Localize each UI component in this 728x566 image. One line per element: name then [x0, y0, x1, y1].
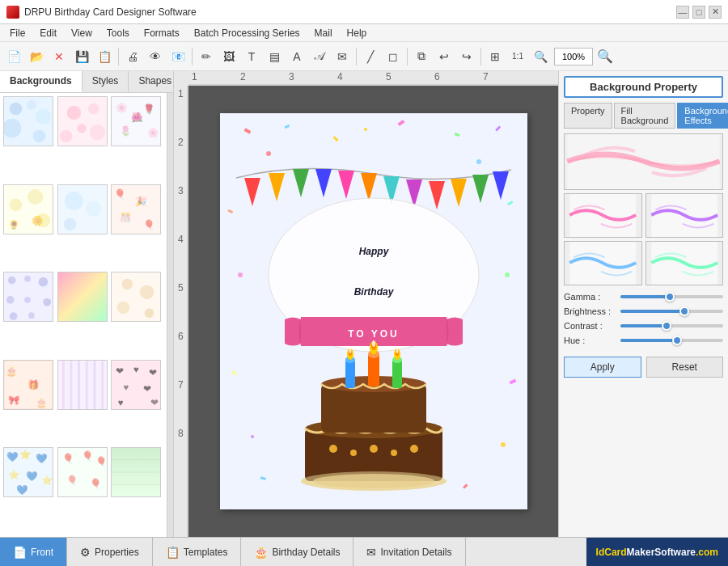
menu-tools[interactable]: Tools	[100, 26, 136, 40]
bg-thumb-5[interactable]	[57, 184, 108, 234]
svg-text:🎈: 🎈	[143, 219, 155, 230]
svg-rect-158	[368, 354, 379, 386]
toolbar-save[interactable]: 💾	[71, 46, 92, 67]
toolbar-zoomout[interactable]: 🔍	[595, 46, 616, 67]
menu-view[interactable]: View	[65, 26, 99, 40]
bg-thumb-14[interactable]: 🎈 🎈 🎈 🎈 🎈	[57, 447, 108, 497]
bg-thumb-8[interactable]	[57, 272, 108, 322]
bg-thumb-4[interactable]: 🌻 🌼	[3, 184, 53, 234]
toolbar-print[interactable]: 🖨	[122, 46, 143, 67]
toolbar-saveas[interactable]: 📋	[94, 46, 115, 67]
bg-thumb-2[interactable]	[57, 96, 108, 146]
effect-thumb-1[interactable]	[564, 193, 642, 238]
zoom-input[interactable]	[554, 48, 593, 65]
zoom-control	[554, 48, 593, 65]
contrast-track[interactable]	[620, 324, 723, 327]
apply-button[interactable]: Apply	[564, 357, 641, 378]
sep3	[356, 48, 357, 65]
toolbar-redo[interactable]: ↪	[456, 46, 477, 67]
svg-text:🎈: 🎈	[95, 457, 107, 468]
toolbar-1to1[interactable]: 1:1	[507, 46, 528, 67]
toolbar-close-red[interactable]: ✕	[49, 46, 70, 67]
svg-point-169	[313, 474, 434, 488]
menu-formats[interactable]: Formats	[138, 26, 186, 40]
svg-text:💙: 💙	[6, 452, 19, 463]
toolbar-script[interactable]: 𝒜	[309, 46, 330, 67]
toolbar-preview[interactable]: 👁	[145, 46, 166, 67]
bg-thumb-7[interactable]	[3, 272, 53, 322]
bg-thumb-6[interactable]: 🎈 🎉 🎊 🎈	[111, 184, 161, 234]
bg-thumb-12[interactable]: ❤ ♥ ❤ ♥ ❤ ♥ ❤	[111, 360, 161, 410]
menu-help[interactable]: Help	[341, 26, 374, 40]
bottom-birthday-details[interactable]: 🎂 Birthday Details	[241, 538, 353, 566]
bg-thumb-13[interactable]: 💙 ⭐ 💙 ⭐ 💙 ⭐ 💙	[3, 447, 53, 497]
toolbar-email[interactable]: 📧	[167, 46, 188, 67]
bg-thumb-9[interactable]	[111, 272, 161, 322]
tab-fill-background[interactable]: Fill Background	[614, 103, 676, 129]
tab-shapes[interactable]: Shapes	[129, 71, 174, 92]
tab-backgrounds[interactable]: Backgrounds	[0, 71, 83, 92]
menu-mail[interactable]: Mail	[308, 26, 339, 40]
tab-styles[interactable]: Styles	[83, 71, 129, 92]
menu-file[interactable]: File	[3, 26, 32, 40]
svg-text:🎁: 🎁	[28, 379, 40, 391]
svg-point-10	[89, 125, 104, 140]
bottom-properties[interactable]: ⚙ Properties	[67, 538, 153, 566]
svg-text:♥: ♥	[133, 363, 139, 374]
bottom-front[interactable]: 📄 Front	[0, 538, 67, 566]
svg-text:🌻: 🌻	[8, 219, 20, 230]
toolbar-envelope[interactable]: ✉	[332, 46, 353, 67]
bg-thumb-15[interactable]	[111, 447, 161, 497]
svg-point-2	[27, 100, 36, 110]
toolbar-open[interactable]: 📂	[26, 46, 47, 67]
main-layout: Backgrounds Styles Shapes	[0, 71, 728, 537]
bg-thumb-10[interactable]: 🎂 🎁 🎀 🎂	[3, 360, 53, 410]
toolbar: 📄 📂 ✕ 💾 📋 🖨 👁 📧 ✏ 🖼 T ▤ A 𝒜 ✉ ╱ ◻ ⧉ ↩ ↪ …	[0, 42, 728, 71]
tab-property[interactable]: Property	[564, 103, 612, 129]
effect-thumb-2[interactable]	[645, 193, 724, 238]
effect-preview-main[interactable]	[564, 133, 723, 190]
menu-edit[interactable]: Edit	[33, 26, 63, 40]
toolbar-text[interactable]: T	[241, 46, 262, 67]
bottom-invitation-details[interactable]: ✉ Invitation Details	[353, 538, 465, 566]
toolbar-image[interactable]: 🖼	[218, 46, 239, 67]
toolbar-undo[interactable]: ↩	[434, 46, 455, 67]
svg-text:🎈: 🎈	[114, 188, 126, 200]
tab-background-effects[interactable]: Background Effects	[677, 103, 728, 129]
toolbar-new[interactable]: 📄	[3, 46, 24, 67]
menu-batch[interactable]: Batch Processing Series	[188, 26, 307, 40]
sep5	[480, 48, 481, 65]
toolbar-shapes[interactable]: ◻	[383, 46, 404, 67]
sep1	[118, 48, 119, 65]
toolbar-grid[interactable]: ⊞	[485, 46, 506, 67]
brightness-track[interactable]	[620, 310, 723, 313]
hue-track[interactable]	[620, 339, 723, 342]
svg-point-146	[329, 445, 337, 453]
bottom-templates[interactable]: 📋 Templates	[153, 538, 242, 566]
toolbar-pencil[interactable]: ✏	[196, 46, 217, 67]
svg-text:🎀: 🎀	[8, 395, 20, 406]
toolbar-zoomin[interactable]: 🔍	[530, 46, 551, 67]
reset-button[interactable]: Reset	[646, 357, 724, 378]
gamma-track[interactable]	[620, 295, 723, 298]
toolbar-textfield[interactable]: A	[286, 46, 307, 67]
minimize-button[interactable]: —	[676, 6, 689, 19]
scrollbar[interactable]	[167, 93, 173, 537]
effect-thumb-4[interactable]	[645, 241, 724, 285]
bg-thumb-3[interactable]: 🌸 🌺 🌷 🌹 🌸	[111, 96, 161, 146]
svg-text:6: 6	[434, 71, 440, 82]
bg-thumb-11[interactable]	[57, 360, 108, 410]
canvas-area: 1 2 3 4 5 6 7 1 2 3 4 5 6 7 8	[174, 71, 558, 537]
svg-point-40	[10, 313, 18, 321]
toolbar-barcode[interactable]: ▤	[264, 46, 285, 67]
card-container: Happy Birthday TO YOU	[188, 86, 558, 537]
toolbar-copy[interactable]: ⧉	[411, 46, 432, 67]
titlebar-left: DRPU Birthday Card Designer Software	[6, 6, 197, 19]
properties-icon: ⚙	[80, 546, 91, 559]
toolbar-line[interactable]: ╱	[360, 46, 381, 67]
svg-text:1: 1	[178, 88, 184, 99]
bg-thumb-1[interactable]	[3, 96, 53, 146]
effect-thumb-3[interactable]	[564, 241, 642, 285]
close-button[interactable]: ✕	[709, 6, 722, 19]
maximize-button[interactable]: □	[692, 6, 705, 19]
